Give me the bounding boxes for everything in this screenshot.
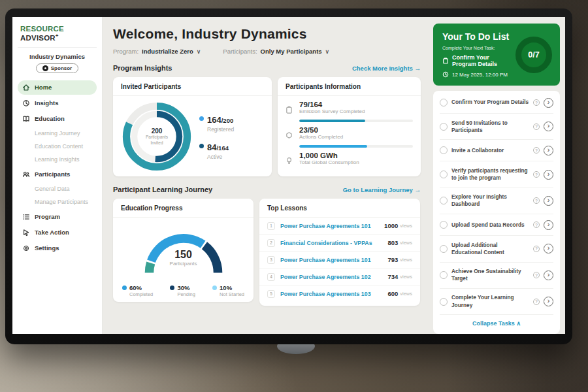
lesson-views: 600 bbox=[387, 290, 398, 297]
actions-progress-bar bbox=[299, 145, 413, 148]
program-dropdown[interactable]: Program: Industrialize Zero ∨ bbox=[113, 48, 201, 55]
task-label: Achieve One Sustainability Target bbox=[451, 268, 529, 282]
lesson-row: 3 Power Purchase Agreements 101 793 view… bbox=[259, 252, 420, 269]
todo-hero-card: Your To Do List Complete Your Next Task:… bbox=[433, 24, 560, 86]
chevron-up-icon: ∧ bbox=[516, 320, 521, 327]
check-more-insights-link[interactable]: Check More Insights → bbox=[352, 65, 421, 72]
lesson-row: 2 Financial Considerations - VPPAs 803 v… bbox=[259, 235, 420, 252]
legend-registered: 164/200 Registered bbox=[199, 114, 234, 133]
task-label: Upload Additional Educational Content bbox=[451, 242, 529, 256]
task-checkbox[interactable] bbox=[440, 197, 448, 204]
sidebar-item-general-data[interactable]: General Data bbox=[18, 183, 97, 195]
sidebar-item-education[interactable]: Education bbox=[18, 112, 97, 126]
section-title-learning-journey: Participant Learning Journey bbox=[113, 186, 212, 193]
logo-resource: RESOURCE bbox=[20, 25, 64, 33]
go-to-learning-journey-link[interactable]: Go to Learning Journey → bbox=[343, 186, 421, 193]
sidebar-item-learning-journey[interactable]: Learning Journey bbox=[18, 127, 97, 140]
task-checkbox[interactable] bbox=[440, 146, 448, 154]
collapse-tasks-link[interactable]: Collapse Tasks ∧ bbox=[440, 315, 553, 333]
sidebar-item-program[interactable]: Program bbox=[18, 210, 97, 224]
sidebar-item-participants[interactable]: Participants bbox=[18, 167, 97, 182]
card-title: Education Progress bbox=[113, 199, 253, 218]
dashboard-screen: RESOURCE ADVISOR+ Industry Dynamics Spon… bbox=[12, 17, 565, 334]
help-icon[interactable]: ? bbox=[533, 299, 540, 305]
help-icon[interactable]: ? bbox=[533, 246, 540, 252]
task-label: Invite a Collaborator bbox=[451, 147, 529, 154]
participants-icon bbox=[22, 171, 30, 178]
task-checkbox[interactable] bbox=[440, 99, 448, 106]
task-checkbox[interactable] bbox=[440, 298, 448, 306]
participants-dropdown[interactable]: Participants: Only My Participants ∨ bbox=[223, 48, 329, 55]
section-title-program-insights: Program Insights bbox=[113, 64, 172, 72]
help-icon[interactable]: ? bbox=[533, 171, 540, 178]
lesson-link[interactable]: Power Purchase Agreements 101 bbox=[280, 257, 387, 263]
clipboard-icon bbox=[442, 57, 449, 64]
help-icon[interactable]: ? bbox=[533, 272, 540, 278]
participants-value: Only My Participants bbox=[261, 48, 322, 55]
sidebar-item-label: Insights bbox=[35, 99, 58, 106]
clock-icon bbox=[442, 71, 449, 78]
stat-label: Total Global Consumption bbox=[299, 159, 413, 165]
sidebar-item-insights[interactable]: Insights bbox=[18, 96, 97, 110]
help-icon[interactable]: ? bbox=[533, 99, 540, 106]
task-open-button[interactable]: › bbox=[544, 170, 553, 180]
help-icon[interactable]: ? bbox=[533, 221, 540, 228]
legend-dot bbox=[170, 286, 174, 290]
legend-dot bbox=[122, 286, 127, 290]
task-label: Explore Your Insights Dashboard bbox=[451, 193, 529, 208]
legend-pct: 10% bbox=[220, 284, 244, 291]
emission-progress-bar bbox=[299, 120, 413, 122]
chevron-right-icon: › bbox=[547, 146, 550, 154]
task-checkbox[interactable] bbox=[440, 245, 448, 253]
lesson-link[interactable]: Financial Considerations - VPPAs bbox=[280, 240, 387, 246]
sidebar-item-education-content[interactable]: Education Content bbox=[18, 140, 97, 153]
task-open-button[interactable]: › bbox=[544, 146, 553, 155]
sidebar-item-settings[interactable]: Settings bbox=[18, 241, 97, 255]
task-open-button[interactable]: › bbox=[544, 122, 553, 131]
task-open-button[interactable]: › bbox=[544, 244, 553, 253]
sidebar-item-label: Home bbox=[35, 84, 52, 91]
lesson-link[interactable]: Power Purchase Agreements 103 bbox=[280, 291, 387, 297]
task-open-button[interactable]: › bbox=[544, 297, 553, 306]
views-suffix: views bbox=[400, 223, 412, 229]
sidebar-item-home[interactable]: Home bbox=[18, 80, 97, 95]
actions-icon bbox=[286, 131, 293, 139]
lesson-views: 734 bbox=[387, 273, 398, 280]
lesson-link[interactable]: Power Purchase Agreements 102 bbox=[280, 274, 387, 280]
task-row: Explore Your Insights Dashboard ? › bbox=[440, 188, 553, 214]
todo-subtitle: Complete Your Next Task: bbox=[442, 46, 512, 50]
help-icon[interactable]: ? bbox=[533, 123, 540, 130]
stat-actions-completed: 23/50 Actions Completed bbox=[286, 126, 413, 142]
org-name: Industry Dynamics bbox=[18, 53, 97, 60]
sidebar-item-learning-insights[interactable]: Learning Insights bbox=[18, 154, 97, 166]
task-open-button[interactable]: › bbox=[544, 220, 553, 230]
task-checkbox[interactable] bbox=[440, 123, 448, 131]
stat-value: 23/50 bbox=[299, 126, 413, 134]
task-checkbox[interactable] bbox=[440, 171, 448, 178]
task-open-button[interactable]: › bbox=[544, 196, 553, 206]
lesson-rank: 1 bbox=[267, 222, 275, 230]
chevron-right-icon: › bbox=[547, 244, 550, 252]
help-icon[interactable]: ? bbox=[533, 147, 540, 154]
views-suffix: views bbox=[400, 257, 412, 263]
task-open-button[interactable]: › bbox=[544, 270, 553, 280]
help-icon[interactable]: ? bbox=[533, 197, 540, 204]
task-open-button[interactable]: › bbox=[544, 98, 553, 108]
task-checkbox[interactable] bbox=[440, 221, 448, 229]
task-checkbox[interactable] bbox=[440, 271, 448, 279]
arrow-right-icon: → bbox=[415, 186, 421, 193]
sidebar-item-manage-participants[interactable]: Manage Participants bbox=[18, 196, 97, 208]
link-label: Check More Insights bbox=[352, 65, 413, 72]
stat-emission-survey: 79/164 Emission Survey Completed bbox=[286, 101, 413, 116]
sidebar-nav: Home Insights Education Learning Journey… bbox=[18, 80, 97, 255]
bulb-icon bbox=[286, 157, 293, 165]
sidebar: RESOURCE ADVISOR+ Industry Dynamics Spon… bbox=[12, 17, 103, 334]
lesson-link[interactable]: Power Purchase Agreements 101 bbox=[280, 223, 384, 229]
filters: Program: Industrialize Zero ∨ Participan… bbox=[113, 48, 421, 55]
sidebar-item-take-action[interactable]: Take Action bbox=[18, 225, 97, 240]
legend-pct: 30% bbox=[177, 284, 195, 291]
sidebar-item-label: Participants bbox=[35, 171, 70, 178]
link-label: Go to Learning Journey bbox=[343, 186, 413, 193]
task-row: Upload Spend Data Records ? › bbox=[440, 214, 553, 236]
home-icon bbox=[22, 84, 30, 91]
